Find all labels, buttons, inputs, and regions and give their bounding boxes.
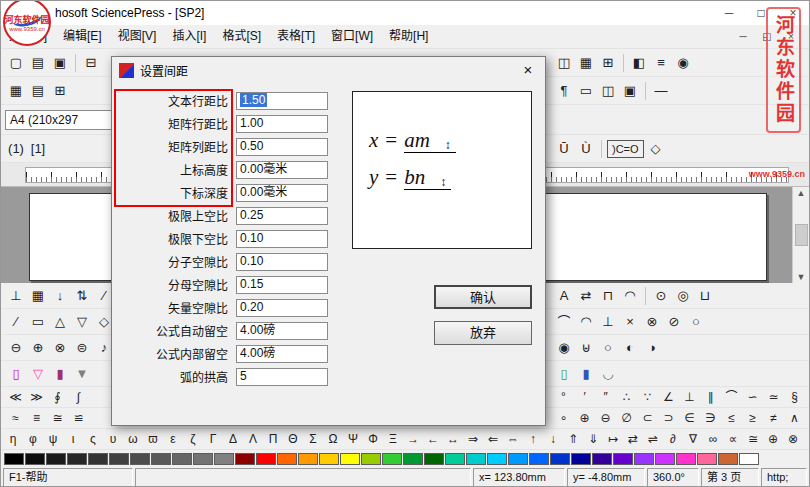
color-swatch[interactable] xyxy=(151,453,171,465)
symbol-button[interactable]: ∫ xyxy=(69,388,88,407)
save-icon[interactable]: ▣ xyxy=(50,53,70,73)
field-input[interactable]: 0.15 xyxy=(236,276,328,294)
scrollbar-thumb[interactable] xyxy=(795,224,808,246)
symbol-button[interactable]: ⊗ xyxy=(783,430,803,449)
color-swatch[interactable] xyxy=(361,453,381,465)
color-swatch[interactable] xyxy=(403,453,423,465)
page-size-combo[interactable]: A4 (210x297 xyxy=(5,110,117,130)
field-input[interactable]: 1.50 xyxy=(236,92,328,110)
window-split-icon[interactable]: ◧ xyxy=(629,53,649,73)
color-swatch[interactable] xyxy=(718,453,738,465)
print-preview-icon[interactable]: ◫ xyxy=(554,53,574,73)
columns-icon[interactable]: ◫ xyxy=(598,81,618,101)
filled-circle-icon[interactable]: ◉ xyxy=(554,338,574,358)
menu-item[interactable]: 编辑[E] xyxy=(55,25,110,48)
symbol-button[interactable]: ↦ xyxy=(603,430,623,449)
u-macron-icon[interactable]: Ū xyxy=(554,139,574,159)
color-swatch[interactable] xyxy=(676,453,696,465)
symbol-button[interactable]: Θ xyxy=(283,430,303,449)
cross-icon[interactable]: × xyxy=(620,312,640,332)
symbol-button[interactable]: ⇓ xyxy=(583,430,603,449)
color-swatch[interactable] xyxy=(613,453,633,465)
symbol-button[interactable]: ∞ xyxy=(703,430,723,449)
symbol-button[interactable]: ∘ xyxy=(554,409,573,428)
symbol-button[interactable]: ∋ xyxy=(701,409,720,428)
symbol-button[interactable]: φ xyxy=(23,430,43,449)
open-folder-icon[interactable]: ▤ xyxy=(28,53,48,73)
list-view-icon[interactable]: ≡ xyxy=(651,53,671,73)
symbol-button[interactable]: ⇔ xyxy=(503,430,523,449)
symbol-button[interactable]: ∮ xyxy=(48,388,67,407)
color-swatch[interactable] xyxy=(340,453,360,465)
diamond-shape-icon[interactable]: ◇ xyxy=(646,139,666,159)
symbol-button[interactable]: ≅ xyxy=(743,430,763,449)
insert-grid-icon[interactable]: ⊞ xyxy=(598,53,618,73)
zoom-icon[interactable]: ◉ xyxy=(673,53,693,73)
circled-times-icon[interactable]: ⊗ xyxy=(50,338,70,358)
color-swatch[interactable] xyxy=(88,453,108,465)
symbol-button[interactable]: ⊂ xyxy=(638,409,657,428)
symbol-button[interactable]: Γ xyxy=(203,430,223,449)
cup-shape-icon[interactable]: ⊔ xyxy=(695,286,715,306)
cylinder-icon[interactable]: ⊙ xyxy=(651,286,671,306)
menu-item[interactable]: 格式[S] xyxy=(214,25,269,48)
color-swatch[interactable] xyxy=(46,453,66,465)
border-all-icon[interactable]: ▦ xyxy=(6,81,26,101)
ring-icon[interactable]: ○ xyxy=(598,338,618,358)
scroll-down-icon[interactable]: ▼ xyxy=(797,272,806,282)
symbol-button[interactable]: ς xyxy=(83,430,103,449)
symbol-button[interactable]: Φ xyxy=(363,430,383,449)
circle-icon[interactable]: ○ xyxy=(686,312,706,332)
mdi-minimize-icon[interactable]: ─ xyxy=(731,31,755,42)
field-input[interactable]: 0.10 xyxy=(236,253,328,271)
color-swatch[interactable] xyxy=(529,453,549,465)
field-input[interactable]: 4.00磅 xyxy=(236,322,328,340)
symbol-button[interactable]: ≈ xyxy=(6,409,25,428)
arc-icon[interactable]: ◠ xyxy=(620,286,640,306)
symbol-button[interactable]: Π xyxy=(263,430,283,449)
color-swatch[interactable] xyxy=(298,453,318,465)
field-input[interactable]: 0.25 xyxy=(236,207,328,225)
symbol-button[interactable]: ≃ xyxy=(764,388,783,407)
perpendicular-icon[interactable]: ⊥ xyxy=(598,312,618,332)
color-swatch[interactable] xyxy=(319,453,339,465)
symbol-button[interactable]: ⊥ xyxy=(680,388,699,407)
sphere-icon[interactable]: ◎ xyxy=(673,286,693,306)
symbol-button[interactable]: ⊕ xyxy=(763,430,783,449)
color-swatch[interactable] xyxy=(487,453,507,465)
triangle-down-icon[interactable]: ▽ xyxy=(72,312,92,332)
menu-item[interactable]: 窗口[W] xyxy=(323,25,381,48)
symbol-button[interactable]: ⇄ xyxy=(623,430,643,449)
test-tube-icon[interactable]: ▮ xyxy=(50,364,70,384)
symbol-button[interactable]: ∇ xyxy=(683,430,703,449)
color-swatch[interactable] xyxy=(466,453,486,465)
symbol-button[interactable]: ≅ xyxy=(48,409,67,428)
bottle-icon[interactable]: ▮ xyxy=(576,364,596,384)
symbol-button[interactable]: § xyxy=(785,388,804,407)
symbol-button[interactable]: ← xyxy=(423,430,443,449)
symbol-button[interactable]: ′ xyxy=(575,388,594,407)
symbol-button[interactable]: ↑ xyxy=(523,430,543,449)
confirm-button[interactable]: 确认 xyxy=(434,285,532,309)
numbering-paren-icon[interactable]: (1) xyxy=(6,139,26,159)
symbol-button[interactable]: ⇑ xyxy=(563,430,583,449)
text-frame-icon[interactable]: ▭ xyxy=(576,81,596,101)
menu-item[interactable]: 表格[T] xyxy=(269,25,323,48)
field-input[interactable]: 0.00毫米 xyxy=(236,161,328,179)
symbol-button[interactable]: → xyxy=(403,430,423,449)
symbol-button[interactable]: ⇒ xyxy=(463,430,483,449)
symbol-button[interactable]: ° xyxy=(554,388,573,407)
chord-icon[interactable]: ◠ xyxy=(576,312,596,332)
symbol-button[interactable]: ∂ xyxy=(663,430,683,449)
color-swatch[interactable] xyxy=(172,453,192,465)
new-document-icon[interactable]: ▢ xyxy=(6,53,26,73)
symbol-button[interactable]: ≠ xyxy=(764,409,783,428)
color-swatch[interactable] xyxy=(67,453,87,465)
color-swatch[interactable] xyxy=(214,453,234,465)
dialog-close-icon[interactable]: × xyxy=(511,57,545,83)
circled-minus-icon[interactable]: ⊖ xyxy=(6,338,26,358)
tab-stop-icon[interactable]: ⊥ xyxy=(6,286,26,306)
color-swatch[interactable] xyxy=(592,453,612,465)
field-input[interactable]: 5 xyxy=(236,368,328,386)
symbol-button[interactable]: ⌒ xyxy=(722,388,741,407)
